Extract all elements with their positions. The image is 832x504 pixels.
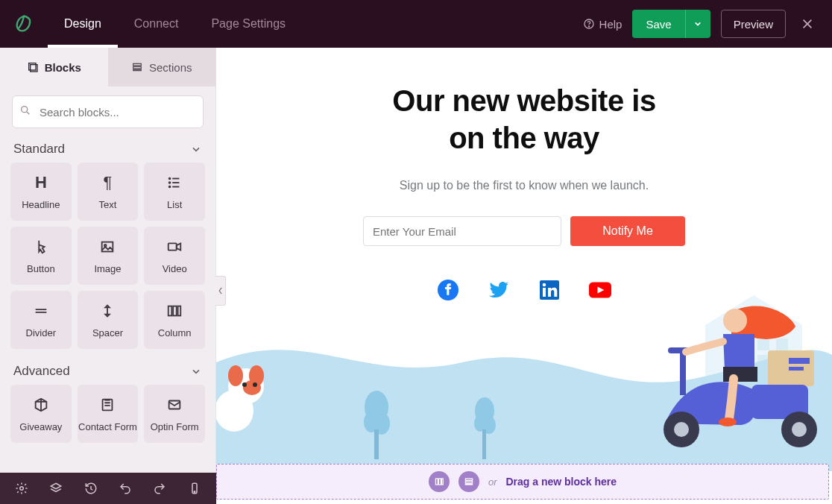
block-contact-form[interactable]: Contact Form xyxy=(78,385,139,443)
undo-icon xyxy=(119,482,132,495)
block-label: Divider xyxy=(26,327,56,338)
group-header-advanced[interactable]: Advanced xyxy=(0,356,215,385)
svg-point-19 xyxy=(20,487,24,491)
twitter-link[interactable] xyxy=(488,279,510,301)
facebook-link[interactable] xyxy=(437,279,459,301)
dropzone[interactable]: or Drag a new block here xyxy=(216,464,829,500)
dropzone-row-chip[interactable] xyxy=(458,471,479,492)
canvas: Our new website is on the way Sign up to… xyxy=(216,48,832,504)
sidebar-tabs: Blocks Sections xyxy=(0,48,215,86)
block-label: Giveaway xyxy=(19,421,62,432)
giveaway-icon xyxy=(33,396,49,414)
block-button[interactable]: Button xyxy=(10,227,72,285)
bush-illustration xyxy=(358,385,395,459)
close-icon xyxy=(801,17,814,31)
svg-rect-43 xyxy=(789,358,810,364)
linkedin-link[interactable] xyxy=(538,279,561,301)
group-title: Advanced xyxy=(13,364,70,379)
close-button[interactable] xyxy=(796,13,819,35)
block-spacer[interactable]: Spacer xyxy=(78,291,139,349)
block-text[interactable]: ¶ Text xyxy=(78,163,139,221)
block-label: Video xyxy=(163,263,187,274)
optin-form-icon xyxy=(166,396,183,414)
chevron-down-icon xyxy=(190,143,202,155)
facebook-icon xyxy=(437,279,459,301)
sidebar-tab-blocks[interactable]: Blocks xyxy=(0,48,108,86)
block-list[interactable]: List xyxy=(144,163,205,221)
group-header-standard[interactable]: Standard xyxy=(0,134,215,163)
chevron-down-icon xyxy=(190,365,202,377)
svg-rect-11 xyxy=(102,242,113,251)
rows-icon xyxy=(464,476,474,487)
redo-button[interactable] xyxy=(149,478,170,499)
sidebar-tab-sections[interactable]: Sections xyxy=(108,48,216,86)
svg-point-7 xyxy=(22,107,28,113)
svg-point-21 xyxy=(194,491,195,493)
svg-rect-30 xyxy=(374,429,379,459)
svg-point-1 xyxy=(588,26,589,27)
block-column[interactable]: Column xyxy=(144,291,205,349)
svg-point-39 xyxy=(243,380,261,395)
bush-illustration xyxy=(470,392,499,459)
tab-design[interactable]: Design xyxy=(48,0,118,48)
hero-subtitle: Sign up to be the first to know when we … xyxy=(216,179,832,192)
svg-point-41 xyxy=(253,382,257,387)
preview-button[interactable]: Preview xyxy=(721,10,786,38)
button-icon xyxy=(33,238,49,256)
settings-button[interactable] xyxy=(11,478,32,499)
svg-rect-6 xyxy=(133,69,142,70)
layers-icon xyxy=(49,482,63,495)
undo-button[interactable] xyxy=(115,478,136,499)
email-field[interactable] xyxy=(363,216,561,246)
save-button[interactable]: Save xyxy=(632,10,684,38)
help-icon xyxy=(583,18,595,30)
leaf-icon xyxy=(13,13,34,34)
youtube-link[interactable] xyxy=(589,279,611,301)
svg-rect-64 xyxy=(465,481,472,482)
sidebar: Blocks Sections Standard H Headline xyxy=(0,48,216,504)
block-image[interactable]: Image xyxy=(78,227,139,285)
layers-button[interactable] xyxy=(45,478,66,499)
app-logo xyxy=(0,0,48,48)
block-label: Spacer xyxy=(92,327,123,338)
notify-button[interactable]: Notify Me xyxy=(570,216,685,246)
divider-icon xyxy=(33,302,49,320)
device-preview-button[interactable] xyxy=(184,478,205,499)
svg-rect-15 xyxy=(173,306,177,315)
spacer-icon xyxy=(99,302,116,320)
main-nav: Design Connect Page Settings xyxy=(48,0,302,48)
mobile-icon xyxy=(188,482,201,495)
tab-page-settings[interactable]: Page Settings xyxy=(195,0,302,48)
svg-rect-50 xyxy=(680,350,686,395)
column-icon xyxy=(166,302,183,320)
dropzone-column-chip[interactable] xyxy=(429,471,450,492)
save-button-group: Save xyxy=(632,10,710,38)
gear-icon xyxy=(15,482,28,495)
search-input[interactable] xyxy=(12,95,204,128)
svg-rect-61 xyxy=(438,479,441,485)
block-video[interactable]: Video xyxy=(144,227,205,285)
save-caret-button[interactable] xyxy=(685,10,710,38)
help-link[interactable]: Help xyxy=(583,18,623,31)
svg-point-49 xyxy=(792,422,807,437)
sidebar-collapse-handle[interactable] xyxy=(215,276,226,306)
svg-point-58 xyxy=(543,283,546,287)
history-button[interactable] xyxy=(81,478,101,499)
caret-down-icon xyxy=(694,20,702,28)
block-label: Headline xyxy=(22,199,60,210)
tab-connect[interactable]: Connect xyxy=(118,0,195,48)
block-optin-form[interactable]: Optin Form xyxy=(144,385,205,443)
block-grid-advanced: Giveaway Contact Form Optin Form xyxy=(0,385,215,450)
dog-illustration xyxy=(216,355,273,437)
workspace: Blocks Sections Standard H Headline xyxy=(0,48,832,504)
svg-rect-16 xyxy=(178,306,181,315)
block-divider[interactable]: Divider xyxy=(10,291,72,349)
hero-line2: on the way xyxy=(449,122,599,154)
history-icon xyxy=(84,482,98,495)
search-blocks xyxy=(12,95,204,128)
block-headline[interactable]: H Headline xyxy=(10,163,72,221)
block-label: Image xyxy=(94,263,121,274)
block-giveaway[interactable]: Giveaway xyxy=(10,385,72,443)
hero-title: Our new website is on the way xyxy=(216,82,832,157)
svg-point-40 xyxy=(242,382,247,387)
